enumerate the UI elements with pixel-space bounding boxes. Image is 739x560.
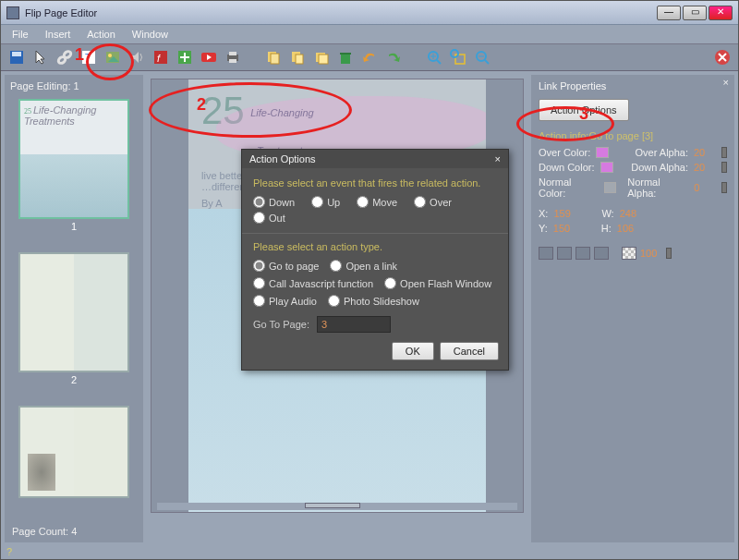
y-label: Y:	[539, 223, 548, 234]
sound-icon[interactable]	[128, 49, 145, 66]
radio-input[interactable]	[253, 260, 265, 272]
menu-window[interactable]: Window	[132, 29, 168, 40]
flash-icon[interactable]: f	[152, 49, 169, 66]
page-thumb-2[interactable]	[18, 252, 129, 372]
stepper-icon[interactable]	[721, 162, 727, 173]
redo-icon[interactable]	[385, 49, 402, 66]
image-icon[interactable]	[104, 49, 121, 66]
add-icon[interactable]	[176, 49, 193, 66]
opacity-value[interactable]: 100	[640, 248, 662, 259]
page-count-footer: Page Count: 4	[8, 524, 139, 539]
svg-rect-25	[341, 55, 350, 64]
radio-goto-page[interactable]: Go to page	[253, 260, 319, 272]
save-icon[interactable]	[8, 49, 25, 66]
window-controls: — ▭ ✕	[657, 6, 733, 20]
minimize-button[interactable]: —	[657, 6, 681, 20]
close-button[interactable]: ✕	[709, 6, 733, 20]
over-color-swatch[interactable]	[596, 147, 609, 158]
close-icon[interactable]: ×	[723, 77, 729, 88]
radio-open-link[interactable]: Open a link	[330, 260, 397, 272]
copy-icon[interactable]	[265, 49, 282, 66]
radio-photo-slideshow[interactable]: Photo Slideshow	[328, 295, 419, 307]
y-value[interactable]: 150	[553, 223, 575, 234]
stepper-icon[interactable]	[666, 248, 672, 259]
opacity-icon[interactable]	[622, 247, 636, 260]
svg-point-4	[63, 50, 72, 59]
dialog-titlebar[interactable]: Action Options ×	[242, 150, 508, 168]
horizontal-scrollbar[interactable]	[157, 503, 517, 510]
radio-out[interactable]: Out	[253, 212, 285, 224]
radio-over[interactable]: Over	[414, 196, 452, 208]
delete-icon[interactable]	[337, 49, 354, 66]
w-value[interactable]: 248	[620, 208, 642, 219]
stepper-icon[interactable]	[721, 182, 727, 193]
paste-icon[interactable]	[289, 49, 306, 66]
menu-insert[interactable]: Insert	[45, 29, 71, 40]
menu-action[interactable]: Action	[87, 29, 115, 40]
radio-input[interactable]	[253, 212, 265, 224]
down-color-swatch[interactable]	[600, 162, 613, 173]
radio-up[interactable]: Up	[311, 196, 340, 208]
x-value[interactable]: 159	[553, 208, 575, 219]
normal-alpha-value[interactable]: 0	[694, 182, 716, 193]
bring-front-icon[interactable]	[539, 247, 553, 260]
over-alpha-label: Over Alpha:	[636, 147, 688, 158]
radio-input[interactable]	[330, 260, 342, 272]
event-hint: Please select an event that fires the re…	[253, 177, 497, 189]
close-panel-icon[interactable]	[714, 49, 731, 66]
action-options-button[interactable]: Action Options	[539, 99, 629, 121]
radio-move[interactable]: Move	[357, 196, 397, 208]
print-icon[interactable]	[224, 49, 241, 66]
page-editing-header: Page Editing: 1	[8, 79, 139, 93]
goto-page-label: Go To Page:	[253, 319, 309, 330]
radio-input[interactable]	[357, 196, 369, 208]
text-icon[interactable]: T	[80, 49, 97, 66]
radio-call-js[interactable]: Call Javascript function	[253, 277, 373, 289]
svg-rect-18	[229, 59, 236, 63]
radio-input[interactable]	[311, 196, 323, 208]
stepper-icon[interactable]	[721, 147, 727, 158]
over-color-label: Over Color:	[539, 147, 590, 158]
radio-input[interactable]	[253, 277, 265, 289]
youtube-icon[interactable]	[200, 49, 217, 66]
scrollbar-handle[interactable]	[305, 503, 360, 508]
page-thumb-1[interactable]: 25 Life-ChangingTreatments	[18, 99, 129, 219]
sidebar: Page Editing: 1 25 Life-ChangingTreatmen…	[5, 75, 143, 542]
bring-forward-icon[interactable]	[557, 247, 572, 260]
h-value[interactable]: 106	[617, 223, 639, 234]
zoom-out-icon[interactable]	[474, 49, 491, 66]
close-icon[interactable]: ×	[495, 153, 501, 164]
radio-input[interactable]	[253, 295, 265, 307]
menu-file[interactable]: File	[12, 29, 29, 40]
action-options-dialog: Action Options × Please select an event …	[241, 149, 509, 371]
radio-input[interactable]	[414, 196, 426, 208]
radio-play-audio[interactable]: Play Audio	[253, 295, 317, 307]
radio-input[interactable]	[328, 295, 340, 307]
zoom-in-icon[interactable]	[426, 49, 442, 66]
radio-open-flash[interactable]: Open Flash Window	[384, 277, 491, 289]
send-backward-icon[interactable]	[575, 247, 590, 260]
radio-down[interactable]: Down	[253, 196, 295, 208]
page-thumb-3[interactable]	[18, 406, 129, 498]
down-alpha-value[interactable]: 20	[694, 162, 716, 173]
undo-icon[interactable]	[361, 49, 378, 66]
radio-input[interactable]	[253, 196, 265, 208]
normal-color-label: Normal Color:	[539, 177, 599, 199]
link-icon[interactable]	[56, 49, 73, 66]
send-back-icon[interactable]	[594, 247, 609, 260]
pointer-icon[interactable]	[32, 49, 49, 66]
normal-alpha-label: Normal Alpha:	[627, 177, 688, 199]
goto-page-input[interactable]	[317, 316, 391, 333]
maximize-button[interactable]: ▭	[683, 6, 707, 20]
normal-color-swatch[interactable]	[604, 182, 616, 193]
cancel-button[interactable]: Cancel	[440, 342, 499, 360]
svg-point-8	[108, 54, 112, 57]
ok-button[interactable]: OK	[392, 342, 434, 360]
zoom-box-icon[interactable]	[450, 49, 466, 66]
layers-icon[interactable]	[313, 49, 330, 66]
radio-input[interactable]	[384, 277, 396, 289]
over-alpha-value[interactable]: 20	[694, 147, 716, 158]
svg-rect-20	[271, 54, 279, 64]
app-icon	[6, 6, 19, 19]
svg-rect-26	[340, 53, 351, 55]
